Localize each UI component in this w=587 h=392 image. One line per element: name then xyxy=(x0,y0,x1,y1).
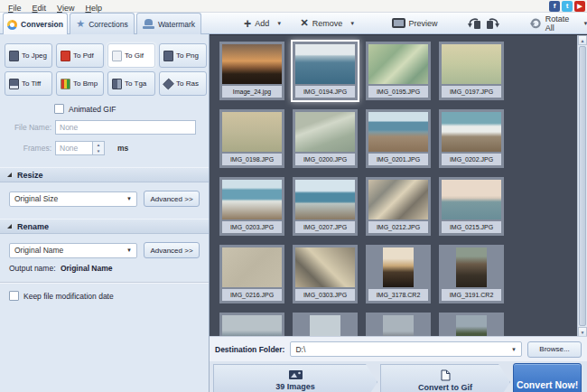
format-button[interactable]: To Gif xyxy=(107,43,155,68)
thumbnail-item[interactable]: IMG_0195.JPG xyxy=(366,42,431,100)
tab-watermark[interactable]: Watermark xyxy=(136,13,201,34)
keep-date-checkbox[interactable] xyxy=(9,291,19,301)
format-button[interactable]: To Bmp xyxy=(56,71,104,96)
frames-input[interactable] xyxy=(55,141,93,155)
browse-button[interactable]: Browse... xyxy=(527,341,582,358)
thumbnail-image xyxy=(383,247,414,287)
format-button[interactable]: To Jpeg xyxy=(5,43,52,68)
format-button[interactable]: To Png xyxy=(159,43,207,68)
thumbnail-item[interactable]: IMG_0203.JPG xyxy=(219,177,284,236)
rotate-all-label: Rotate All xyxy=(545,14,576,33)
file-name-input[interactable] xyxy=(55,120,196,135)
stepper-down-icon[interactable]: ▼ xyxy=(93,148,104,154)
add-button[interactable]: + Add xyxy=(241,16,272,31)
format-button[interactable]: To Ras xyxy=(159,71,207,96)
destination-label: Destination Folder: xyxy=(215,345,284,354)
thumbnail-item[interactable]: IMG_0200.JPG xyxy=(293,109,358,168)
format-button[interactable]: To Tga xyxy=(107,71,155,96)
format-button[interactable]: To Pdf xyxy=(56,43,104,68)
rename-advanced-button[interactable]: Advanced >> xyxy=(144,242,200,258)
thumbnail-filename: IMG_0207.JPG xyxy=(295,221,355,233)
thumbnail-item[interactable]: IMG_0194.JPG xyxy=(293,42,358,100)
menu-item[interactable]: File xyxy=(3,4,27,13)
thumbnail-item[interactable]: IMG_0303.JPG xyxy=(293,245,358,303)
thumbnail-item[interactable]: IMG_0215.JPG xyxy=(439,177,504,236)
thumbnail-filename: IMG_3191.CR2 xyxy=(442,289,501,301)
scroll-up-icon[interactable]: ▲ xyxy=(578,35,587,45)
status-bar: 39 Images Convert to Gif Convert Now! xyxy=(210,361,587,392)
keep-date-label: Keep file modification date xyxy=(23,292,114,301)
thumbnail-item[interactable]: IMG_0198.JPG xyxy=(219,109,284,168)
rename-section-header[interactable]: Rename xyxy=(0,219,209,234)
remove-dropdown-caret[interactable]: ▼ xyxy=(349,21,355,26)
tab-corrections[interactable]: ★ Corrections xyxy=(70,13,135,34)
format-icon xyxy=(61,51,70,61)
resize-dropdown[interactable]: Original Size ▼ xyxy=(9,191,137,207)
frames-stepper[interactable]: ▲▼ xyxy=(93,141,105,155)
thumbnail-filename: IMG_0200.JPG xyxy=(295,154,355,165)
thumbnail-image xyxy=(368,112,428,152)
rename-dropdown[interactable]: Original Name ▼ xyxy=(9,243,137,258)
format-icon xyxy=(112,79,122,89)
thumbnail-item[interactable]: IMG_0197.JPG xyxy=(439,42,504,100)
thumbnail-item[interactable]: IMG_0216.JPG xyxy=(219,245,284,303)
thumbnail-filename: IMG_0303.JPG xyxy=(295,289,355,301)
resize-section-header[interactable]: Resize xyxy=(0,167,209,182)
animated-gif-label: Animated GIF xyxy=(69,105,116,114)
thumbnail-item[interactable]: IMG_3207.CR2 xyxy=(219,313,284,336)
thumbnail-filename: IMG_0203.JPG xyxy=(222,221,282,233)
social-icon[interactable]: f xyxy=(549,1,560,12)
format-label: To Ras xyxy=(176,79,199,88)
thumbnail-item[interactable]: IMG_3287.CR2 xyxy=(366,313,431,336)
rotate-all-icon xyxy=(529,17,542,30)
file-name-row: File Name: xyxy=(0,120,209,135)
remove-button[interactable]: ✕ Remove xyxy=(297,15,345,31)
thumbnail-item[interactable]: IMG_3178.CR2 xyxy=(366,245,431,303)
thumbnail-item[interactable]: Image_24.jpg xyxy=(219,42,284,100)
thumbnail-item[interactable]: IMG_3293.CR2 xyxy=(439,313,504,336)
scrollbar-thumb[interactable] xyxy=(579,46,586,326)
scroll-down-icon[interactable]: ▼ xyxy=(578,327,587,336)
preview-button[interactable]: Preview xyxy=(389,16,441,30)
rotate-all-dropdown-caret[interactable]: ▼ xyxy=(582,21,587,26)
collapse-triangle-icon xyxy=(7,224,12,229)
resize-advanced-button[interactable]: Advanced >> xyxy=(144,191,200,207)
thumbnail-image xyxy=(368,180,428,219)
convert-now-button[interactable]: Convert Now! xyxy=(513,363,582,392)
thumbnail-item[interactable]: IMG_0202.JPG xyxy=(439,109,504,168)
thumbnail-filename: IMG_0195.JPG xyxy=(368,86,428,98)
animated-gif-checkbox[interactable] xyxy=(54,104,64,114)
rotate-left-button[interactable] xyxy=(468,17,481,30)
thumbnail-filename: IMG_0198.JPG xyxy=(222,154,282,165)
thumbnail-item[interactable]: IMG_0212.JPG xyxy=(366,177,431,236)
settings-panel: To Jpeg To Pdf To Gif To Png xyxy=(0,34,210,392)
vertical-scrollbar[interactable]: ▲ ▼ xyxy=(577,35,587,336)
thumbnail-item[interactable]: IMG_3236.CR2 xyxy=(293,313,358,336)
thumbnail-filename: IMG_0212.JPG xyxy=(368,221,428,233)
thumbnail-item[interactable]: IMG_0201.JPG xyxy=(366,109,431,168)
add-dropdown-caret[interactable]: ▼ xyxy=(276,21,282,26)
thumbnail-filename: IMG_0202.JPG xyxy=(442,154,501,165)
tab-toolbar-band: Conversion ★ Corrections Watermark + Add… xyxy=(0,13,587,34)
chevron-down-icon: ▼ xyxy=(511,347,517,352)
menu-item[interactable]: Edit xyxy=(27,4,52,13)
social-icon[interactable]: ▶ xyxy=(574,1,585,12)
collapse-triangle-icon xyxy=(7,173,12,177)
social-icon[interactable]: t xyxy=(562,1,573,12)
rotate-all-button[interactable]: Rotate All xyxy=(526,13,579,34)
output-name-label: Output name: xyxy=(9,264,56,273)
thumbnail-image xyxy=(222,247,282,287)
tab-conversion[interactable]: Conversion xyxy=(3,13,68,35)
thumbnail-item[interactable]: IMG_3191.CR2 xyxy=(439,245,504,303)
menu-item[interactable]: Help xyxy=(79,4,107,13)
format-button[interactable]: To Tiff xyxy=(5,71,52,96)
tab-watermark-label: Watermark xyxy=(158,20,195,29)
menu-item[interactable]: View xyxy=(51,4,79,13)
destination-combo[interactable]: D:\ ▼ xyxy=(290,341,522,357)
thumbnail-image xyxy=(222,315,282,336)
stepper-up-icon[interactable]: ▲ xyxy=(93,142,104,148)
thumbnail-item[interactable]: IMG_0207.JPG xyxy=(293,177,358,236)
rotate-right-button[interactable] xyxy=(486,17,499,30)
thumbnail-filename: IMG_0197.JPG xyxy=(442,86,501,98)
format-label: To Tga xyxy=(125,79,146,88)
